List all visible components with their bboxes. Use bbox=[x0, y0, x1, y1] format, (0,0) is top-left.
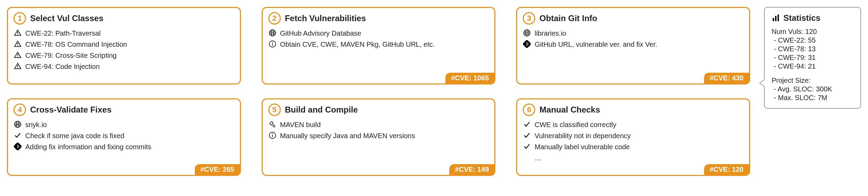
item-text: CWE-79: Cross-Site Scripting bbox=[25, 51, 116, 60]
svg-rect-36 bbox=[775, 16, 776, 21]
item-text: CWE-78: OS Command Injection bbox=[25, 40, 127, 49]
stat-line: - CWE-79: 31 bbox=[772, 54, 853, 62]
warning-icon bbox=[14, 40, 22, 48]
step-6: 6 Manual Checks CWE is classified correc… bbox=[516, 98, 750, 176]
stat-line: Num Vuls: 120 bbox=[772, 28, 853, 36]
globe-icon bbox=[268, 29, 277, 37]
bar-chart-icon bbox=[772, 14, 780, 22]
globe-icon bbox=[14, 120, 22, 128]
step-number: 5 bbox=[268, 104, 281, 116]
cve-badge: #CVE: 120 bbox=[704, 164, 749, 175]
stat-line: - CWE-22: 55 bbox=[772, 36, 853, 44]
item-text: GitHub Advisory Database bbox=[280, 29, 362, 38]
svg-point-33 bbox=[272, 134, 272, 134]
item-text: GitHub URL, vulnerable ver. and fix Ver. bbox=[535, 40, 657, 49]
svg-rect-35 bbox=[773, 18, 774, 21]
svg-point-5 bbox=[17, 56, 18, 57]
check-icon bbox=[14, 131, 22, 140]
warning-icon bbox=[14, 29, 22, 37]
statistics-panel: Statistics Num Vuls: 120 - CWE-22: 55 - … bbox=[764, 7, 861, 109]
item-text: CWE-22: Path-Traversal bbox=[25, 29, 101, 38]
pipeline-flow: 1 Select Vul Classes CWE-22: Path-Traver… bbox=[7, 7, 750, 176]
step-title: Cross-Validate Fixes bbox=[30, 105, 112, 115]
git-icon bbox=[14, 142, 22, 151]
step-1: 1 Select Vul Classes CWE-22: Path-Traver… bbox=[7, 7, 241, 84]
warning-icon bbox=[14, 51, 22, 59]
cve-badge: #CVE: 1065 bbox=[445, 73, 494, 83]
step-title: Manual Checks bbox=[539, 105, 600, 115]
globe-icon bbox=[523, 29, 531, 37]
step-4: 4 Cross-Validate Fixes snyk.io Check if … bbox=[7, 98, 241, 176]
step-title: Fetch Vulnerabilities bbox=[285, 14, 366, 23]
svg-point-3 bbox=[17, 45, 18, 46]
stats-title: Statistics bbox=[783, 13, 821, 23]
step-number: 4 bbox=[14, 104, 26, 116]
svg-point-12 bbox=[272, 42, 272, 43]
item-text: Vulnerability not in dependency bbox=[535, 131, 631, 140]
item-text: … bbox=[535, 153, 541, 162]
item-text: CWE-94: Code Injection bbox=[25, 62, 100, 71]
item-text: snyk.io bbox=[25, 120, 47, 129]
stat-line: - Avg. SLOC: 300K bbox=[772, 85, 853, 93]
item-text: CWE is classified correctly bbox=[535, 120, 616, 129]
item-text: Adding fix information and fixing commit… bbox=[25, 142, 151, 151]
item-text: Manually specify Java and MAVEN versions bbox=[280, 131, 415, 140]
step-title: Build and Compile bbox=[285, 105, 358, 115]
step-5: 5 Build and Compile MAVEN build Manually… bbox=[262, 98, 496, 176]
item-text: Check if some java code is fixed bbox=[25, 131, 124, 140]
svg-rect-37 bbox=[778, 15, 779, 21]
item-text: libraries.io bbox=[535, 29, 566, 38]
check-icon bbox=[523, 142, 531, 151]
cve-badge: #CVE: 430 bbox=[704, 73, 749, 83]
none-icon bbox=[523, 153, 531, 162]
cve-badge: #CVE: 149 bbox=[449, 164, 494, 175]
step-title: Obtain Git Info bbox=[539, 14, 597, 23]
stat-line: - CWE-78: 13 bbox=[772, 45, 853, 53]
info-icon bbox=[268, 40, 277, 48]
check-icon bbox=[523, 131, 531, 140]
step-number: 2 bbox=[268, 12, 281, 25]
svg-point-1 bbox=[17, 34, 18, 35]
step-number: 6 bbox=[523, 104, 535, 116]
item-text: Manually label vulnerable code bbox=[535, 142, 630, 151]
cve-badge: #CVE: 265 bbox=[195, 164, 240, 175]
step-2: 2 Fetch Vulnerabilities GitHub Advisory … bbox=[262, 7, 496, 84]
stat-line: - CWE-94: 21 bbox=[772, 62, 853, 70]
git-icon bbox=[523, 40, 531, 48]
info-icon bbox=[268, 131, 277, 140]
step-number: 3 bbox=[523, 12, 535, 25]
check-icon bbox=[523, 120, 531, 128]
stat-line: - Max. SLOC: 7M bbox=[772, 94, 853, 102]
step-number: 1 bbox=[14, 12, 26, 25]
stat-line: Project Size: bbox=[772, 77, 853, 84]
step-3: 3 Obtain Git Info libraries.io GitHub UR… bbox=[516, 7, 750, 84]
warning-icon bbox=[14, 62, 22, 70]
item-text: Obtain CVE, CWE, MAVEN Pkg, GitHub URL, … bbox=[280, 40, 435, 49]
svg-point-7 bbox=[17, 67, 18, 68]
hammer-icon bbox=[268, 120, 277, 128]
item-text: MAVEN build bbox=[280, 120, 321, 129]
step-title: Select Vul Classes bbox=[30, 14, 103, 23]
